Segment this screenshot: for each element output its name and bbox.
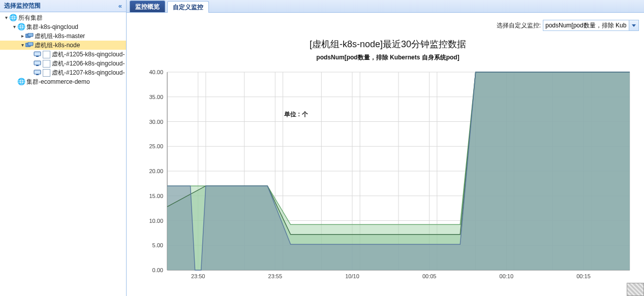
svg-text:10.00: 10.00 <box>149 218 163 224</box>
tree-node-vm3[interactable]: 虚机-#1207-k8s-qingcloud- <box>0 68 126 77</box>
svg-text:10/10: 10/10 <box>345 273 359 279</box>
cluster-icon: 🌐 <box>17 78 25 86</box>
svg-text:35.00: 35.00 <box>149 94 163 100</box>
tree-checkbox[interactable] <box>43 60 50 68</box>
svg-text:23:50: 23:50 <box>191 273 205 279</box>
group-icon <box>25 32 34 40</box>
tree-node-vm2[interactable]: 虚机-#1206-k8s-qingcloud- <box>0 59 126 68</box>
svg-text:00:10: 00:10 <box>500 273 514 279</box>
chart-area: [虚机组-k8s-node]最近30分钟监控数据 podsNum[pod数量，排… <box>127 34 644 296</box>
svg-text:00:05: 00:05 <box>422 273 437 279</box>
vm-icon <box>34 50 42 58</box>
tree-node-label[interactable]: 虚机-#1207-k8s-qingcloud- <box>52 68 125 77</box>
scope-tree: ▾🌐所有集群▾🌐集群-k8s-qingcloud▸虚机组-k8s-master▾… <box>0 12 126 86</box>
svg-text:15.00: 15.00 <box>149 193 163 199</box>
tab-custom[interactable]: 自定义监控 <box>167 1 209 13</box>
custom-monitor-input[interactable] <box>543 21 629 30</box>
chart-legend: podsNum[pod数量，排除 Kubernets 自身系统pod] <box>132 53 644 62</box>
collapse-sidebar-button[interactable]: « <box>118 2 122 10</box>
cluster-icon: 🌐 <box>17 23 25 31</box>
tree-node-label[interactable]: 虚机组-k8s-node <box>35 41 80 50</box>
tab-overview[interactable]: 监控概览 <box>130 1 165 12</box>
tree-node-label[interactable]: 集群-ecommerce-demo <box>26 77 90 86</box>
group-icon <box>25 41 34 49</box>
svg-text:5.00: 5.00 <box>152 242 163 248</box>
tree-toggle-icon[interactable] <box>11 77 17 86</box>
tree-node-label[interactable]: 虚机组-k8s-master <box>35 31 85 41</box>
tree-toggle-icon[interactable] <box>27 59 34 68</box>
tree-toggle-icon[interactable] <box>27 50 34 59</box>
sidebar-header: 选择监控范围 « <box>0 0 126 12</box>
svg-text:00:15: 00:15 <box>576 273 591 279</box>
chart-title: [虚机组-k8s-node]最近30分钟监控数据 <box>132 38 644 50</box>
vm-icon <box>34 69 42 77</box>
vm-icon <box>34 59 42 68</box>
svg-rect-6 <box>34 61 41 65</box>
tree-checkbox[interactable] <box>43 51 50 58</box>
tree-checkbox[interactable] <box>43 69 50 77</box>
tree-node-c_ec[interactable]: 🌐集群-ecommerce-demo <box>0 77 126 86</box>
tree-toggle-icon[interactable]: ▾ <box>11 22 17 31</box>
tree-node-label[interactable]: 虚机-#1205-k8s-qingcloud- <box>52 50 125 59</box>
svg-text:25.00: 25.00 <box>149 143 163 149</box>
tree-node-c_qc[interactable]: ▾🌐集群-k8s-qingcloud <box>0 22 126 31</box>
svg-text:40.00: 40.00 <box>149 69 163 75</box>
chart-unit-label: 单位 : 个 <box>284 110 308 119</box>
tree-toggle-icon[interactable]: ▾ <box>19 41 25 50</box>
svg-text:30.00: 30.00 <box>149 119 163 125</box>
svg-rect-9 <box>36 74 39 75</box>
custom-monitor-toolbar: 选择自定义监控: <box>127 13 644 34</box>
tree-toggle-icon[interactable]: ▸ <box>19 31 25 41</box>
svg-rect-1 <box>28 33 33 37</box>
tree-node-all[interactable]: ▾🌐所有集群 <box>0 13 126 22</box>
tree-node-vm1[interactable]: 虚机-#1205-k8s-qingcloud- <box>0 50 126 59</box>
svg-text:20.00: 20.00 <box>149 168 163 174</box>
tree-node-label[interactable]: 虚机-#1206-k8s-qingcloud- <box>52 59 125 68</box>
svg-rect-3 <box>28 42 33 46</box>
svg-rect-4 <box>34 52 41 56</box>
tab-bar: 监控概览自定义监控 <box>127 0 644 13</box>
tree-node-label[interactable]: 集群-k8s-qingcloud <box>26 22 78 31</box>
tree-node-g_node[interactable]: ▾虚机组-k8s-node <box>0 41 126 50</box>
svg-text:0.00: 0.00 <box>152 267 163 273</box>
pods-chart: 0.005.0010.0015.0020.0025.0030.0035.0040… <box>132 62 640 290</box>
svg-rect-5 <box>36 56 39 57</box>
chooser-label: 选择自定义监控: <box>497 21 541 30</box>
chevron-down-icon[interactable] <box>629 20 638 30</box>
tree-node-label[interactable]: 所有集群 <box>18 13 43 22</box>
svg-rect-8 <box>34 70 41 74</box>
svg-text:23:55: 23:55 <box>268 273 283 279</box>
scope-sidebar: 选择监控范围 « ▾🌐所有集群▾🌐集群-k8s-qingcloud▸虚机组-k8… <box>0 0 127 296</box>
tree-toggle-icon[interactable]: ▾ <box>3 13 9 22</box>
main-panel: 监控概览自定义监控 选择自定义监控: [虚机组-k8s-node]最近30分钟监… <box>127 0 644 296</box>
thumbnail-preview[interactable] <box>627 283 644 296</box>
tree-node-g_master[interactable]: ▸虚机组-k8s-master <box>0 31 126 41</box>
tree-toggle-icon[interactable] <box>27 68 34 77</box>
svg-rect-7 <box>36 65 39 66</box>
globe-icon: 🌐 <box>9 14 17 22</box>
sidebar-title: 选择监控范围 <box>4 2 41 10</box>
custom-monitor-combo[interactable] <box>543 20 639 31</box>
